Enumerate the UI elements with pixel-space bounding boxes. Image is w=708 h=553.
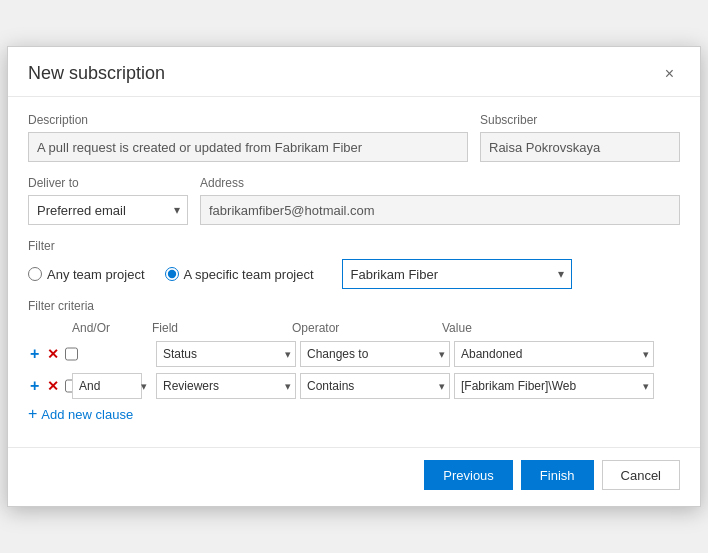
row-2-and-or-wrapper: And Or [72, 373, 152, 399]
row-1-actions: + ✕ [28, 346, 68, 362]
deliver-to-label: Deliver to [28, 176, 188, 190]
criteria-row-2: + ✕ And Or Status Reviewers Author [28, 373, 680, 399]
finish-button[interactable]: Finish [521, 460, 594, 490]
new-subscription-dialog: New subscription × Description Subscribe… [7, 46, 701, 507]
dialog-body: Description Subscriber Deliver to Prefer… [8, 97, 700, 439]
dialog-footer: Previous Finish Cancel [8, 447, 700, 506]
specific-team-project-label: A specific team project [184, 267, 314, 282]
add-clause-button[interactable]: + Add new clause [28, 405, 133, 423]
dialog-title: New subscription [28, 63, 165, 84]
deliver-group: Deliver to Preferred email SOAP Email [28, 176, 188, 225]
specific-team-project-radio[interactable] [165, 267, 179, 281]
add-clause-plus: + [28, 405, 37, 423]
filter-criteria-section: Filter criteria And/Or Field Operator Va… [28, 299, 680, 423]
row-1-value-wrapper: Abandoned Active Completed [454, 341, 654, 367]
previous-button[interactable]: Previous [424, 460, 513, 490]
criteria-header: And/Or Field Operator Value [28, 319, 680, 337]
project-select-wrapper-outer: Fabrikam Fiber Contoso Other Project [342, 259, 572, 289]
criteria-row-1: + ✕ Status Reviewer Author Changes to Co… [28, 341, 680, 367]
deliver-to-select[interactable]: Preferred email SOAP Email [28, 195, 188, 225]
row-2-field-wrapper: Status Reviewers Author [156, 373, 296, 399]
row-1-value-select[interactable]: Abandoned Active Completed [454, 341, 654, 367]
subscriber-input [480, 132, 680, 162]
row-1-field-select[interactable]: Status Reviewer Author [156, 341, 296, 367]
row-1-operator-select[interactable]: Changes to Contains Equals [300, 341, 450, 367]
deliver-row: Deliver to Preferred email SOAP Email Ad… [28, 176, 680, 225]
specific-team-project-option[interactable]: A specific team project [165, 267, 314, 282]
any-team-project-radio[interactable] [28, 267, 42, 281]
cancel-button[interactable]: Cancel [602, 460, 680, 490]
row-2-and-or-select[interactable]: And Or [72, 373, 142, 399]
deliver-to-select-wrapper: Preferred email SOAP Email [28, 195, 188, 225]
any-team-project-option[interactable]: Any team project [28, 267, 145, 282]
filter-criteria-label: Filter criteria [28, 299, 680, 313]
filter-section: Filter Any team project A specific team … [28, 239, 680, 289]
remove-row-1-button[interactable]: ✕ [45, 347, 61, 361]
row-2-value-wrapper: [Fabrikam Fiber]\Web [Fabrikam Fiber]\De… [454, 373, 654, 399]
row-2-value-select[interactable]: [Fabrikam Fiber]\Web [Fabrikam Fiber]\De… [454, 373, 654, 399]
address-group: Address [200, 176, 680, 225]
header-and-or: And/Or [68, 319, 148, 337]
filter-radio-row: Any team project A specific team project… [28, 259, 680, 289]
row-2-operator-select[interactable]: Changes to Contains Equals [300, 373, 450, 399]
add-row-2-button[interactable]: + [28, 378, 41, 394]
dialog-header: New subscription × [8, 47, 700, 97]
row-2-actions: + ✕ [28, 378, 68, 394]
add-clause-label: Add new clause [41, 407, 133, 422]
project-select-wrapper: Fabrikam Fiber Contoso Other Project [342, 259, 572, 289]
header-field: Field [148, 319, 288, 337]
remove-row-2-button[interactable]: ✕ [45, 379, 61, 393]
filter-label: Filter [28, 239, 680, 253]
header-actions [28, 319, 68, 337]
subscriber-group: Subscriber [480, 113, 680, 162]
description-group: Description [28, 113, 468, 162]
row-1-field-wrapper: Status Reviewer Author [156, 341, 296, 367]
description-label: Description [28, 113, 468, 127]
close-button[interactable]: × [659, 64, 680, 84]
any-team-project-label: Any team project [47, 267, 145, 282]
description-input[interactable] [28, 132, 468, 162]
row-1-checkbox[interactable] [65, 347, 78, 361]
header-value: Value [438, 319, 638, 337]
add-row-1-button[interactable]: + [28, 346, 41, 362]
project-select[interactable]: Fabrikam Fiber Contoso Other Project [342, 259, 572, 289]
header-operator: Operator [288, 319, 438, 337]
row-1-operator-wrapper: Changes to Contains Equals [300, 341, 450, 367]
description-subscriber-row: Description Subscriber [28, 113, 680, 162]
address-input[interactable] [200, 195, 680, 225]
subscriber-label: Subscriber [480, 113, 680, 127]
address-label: Address [200, 176, 680, 190]
row-2-operator-wrapper: Changes to Contains Equals [300, 373, 450, 399]
row-2-field-select[interactable]: Status Reviewers Author [156, 373, 296, 399]
